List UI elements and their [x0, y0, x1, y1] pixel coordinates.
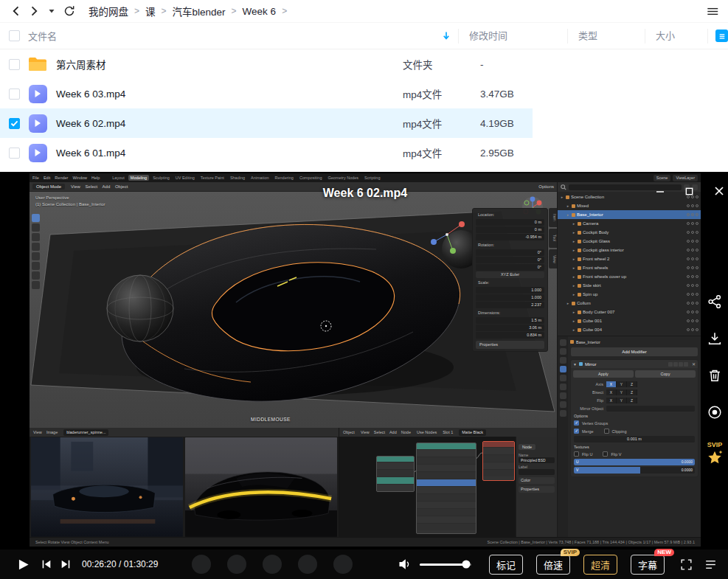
speed-button[interactable]: 倍速	[536, 555, 570, 575]
history-dropdown[interactable]	[43, 2, 60, 20]
outliner-item[interactable]: ▸ Cube 004	[558, 325, 701, 334]
visibility-toggles[interactable]	[687, 319, 698, 322]
blender-workspace-tab[interactable]: Scripting	[362, 175, 382, 181]
use-nodes-checkbox[interactable]: Use Nodes	[417, 430, 437, 434]
expand-caret-icon[interactable]: ▸	[572, 221, 576, 226]
mirror-object-field[interactable]	[606, 406, 695, 412]
flip-toggle[interactable]: XYZ	[606, 398, 637, 403]
blender-workspace-tab[interactable]: Rendering	[273, 175, 296, 181]
subtitle-button[interactable]: 字幕	[631, 555, 665, 575]
outliner-item[interactable]: ▸ Cockpit Glass	[558, 237, 701, 246]
record-icon[interactable]	[707, 404, 723, 420]
expand-caret-icon[interactable]: ▸	[572, 248, 576, 252]
visibility-toggles[interactable]	[687, 222, 698, 225]
scene-selector[interactable]: Scene	[654, 175, 671, 181]
image-editor[interactable]: View Image bladerunner_spinne...	[30, 428, 339, 538]
visibility-toggles[interactable]	[687, 311, 698, 313]
tool-scale[interactable]	[32, 252, 40, 260]
tool-rotate[interactable]	[32, 243, 40, 251]
blender-workspace-tab[interactable]: UV Editing	[173, 175, 197, 181]
blender-workspace-tab[interactable]: Layout	[110, 175, 127, 181]
blender-workspace-tab[interactable]: Geometry Nodes	[326, 175, 361, 181]
expand-caret-icon[interactable]: ▸	[572, 292, 576, 297]
blender-workspace-tab[interactable]: Texture Paint	[198, 175, 226, 181]
texture-node[interactable]	[376, 456, 415, 492]
transform-row[interactable]: 1.000	[476, 294, 544, 301]
file-row-folder[interactable]: 第六周素材 文件夹 -	[0, 49, 533, 79]
viewport-menus[interactable]: View Select Add Object	[71, 184, 128, 189]
transform-row[interactable]: XYZ Euler	[476, 271, 544, 278]
transform-row[interactable]: 0°	[476, 264, 544, 271]
maximize-button[interactable]	[684, 187, 694, 196]
axis-toggle[interactable]: XYZ	[606, 381, 637, 387]
play-button[interactable]	[16, 558, 30, 572]
file-name[interactable]: 第六周素材	[56, 57, 283, 72]
volume-knob[interactable]	[462, 561, 470, 569]
collect-svip-group[interactable]: SVIP	[706, 441, 724, 467]
merge-checkbox[interactable]	[574, 429, 579, 434]
copy-button[interactable]: Copy	[635, 370, 696, 378]
visibility-toggles[interactable]	[687, 249, 698, 252]
transform-row[interactable]: 0°	[476, 249, 544, 256]
tab-object-data[interactable]	[560, 401, 566, 408]
npanel-tab[interactable]: Tool	[549, 229, 557, 248]
tab-physics[interactable]	[560, 384, 566, 390]
column-modified-time[interactable]: 修改时间	[458, 29, 567, 44]
remove-modifier-icon[interactable]: ✕	[692, 361, 696, 367]
tab-modifiers[interactable]	[560, 366, 566, 372]
expand-caret-icon[interactable]: ▸	[572, 327, 576, 332]
visibility-toggles[interactable]	[687, 293, 698, 296]
tab-render[interactable]	[560, 339, 566, 346]
properties-section[interactable]: Properties	[519, 486, 555, 493]
fullscreen-button[interactable]	[679, 558, 693, 572]
volume-slider[interactable]	[420, 564, 471, 566]
blender-menu-item[interactable]: Edit	[44, 176, 50, 180]
visibility-toggles[interactable]	[687, 266, 698, 269]
share-icon[interactable]	[707, 294, 723, 310]
blender-workspace-tab[interactable]: Sculpting	[150, 175, 172, 181]
breadcrumb-item[interactable]: 课	[145, 4, 156, 18]
offset-v-slider[interactable]: V 0.0000	[574, 467, 695, 474]
node-name-field[interactable]: Principled BSD	[519, 457, 555, 463]
transform-row[interactable]: 0°	[476, 257, 544, 263]
file-name[interactable]: Week 6 03.mp4	[56, 89, 283, 100]
blender-menu-item[interactable]: Help	[91, 176, 100, 180]
output-node[interactable]	[482, 441, 515, 481]
node-canvas[interactable]: Node Name Principled BSD Label Color Pro…	[339, 437, 557, 538]
transform-row[interactable]: 1.000	[476, 287, 544, 294]
outliner-item[interactable]: ▸ Front wheel 2	[558, 254, 701, 263]
quality-button[interactable]: 超清	[583, 555, 617, 575]
file-name[interactable]: Week 6 01.mp4	[56, 148, 283, 159]
column-type[interactable]: 类型	[567, 29, 645, 44]
outliner-item[interactable]: ▸ Collum	[558, 299, 701, 308]
outliner-item[interactable]: ▸ Spin up	[558, 290, 701, 299]
tool-transform[interactable]	[32, 262, 40, 270]
tab-constraints[interactable]	[560, 392, 566, 399]
outliner-item[interactable]: ▸ Base_Interior	[558, 210, 701, 219]
expand-caret-icon[interactable]: ▸	[572, 274, 576, 279]
refresh-button[interactable]	[60, 2, 78, 20]
breadcrumb-item[interactable]: 我的网盘	[89, 4, 128, 18]
sort-desc-icon[interactable]	[442, 31, 451, 41]
object-mode-dropdown[interactable]: Object Mode	[32, 184, 65, 190]
color-section[interactable]: Color	[519, 477, 555, 484]
merge-limit-field[interactable]: 0.001 m	[574, 436, 695, 443]
download-icon[interactable]	[707, 330, 723, 347]
visibility-toggles[interactable]	[687, 275, 698, 278]
expand-caret-icon[interactable]: ▸	[560, 195, 564, 199]
visibility-toggles[interactable]	[687, 240, 698, 243]
blender-workspace-tab[interactable]: Animation	[249, 175, 271, 181]
outliner-item[interactable]: ▸ Mixed	[558, 201, 701, 210]
node-label-field[interactable]	[519, 469, 555, 475]
flip-v-checkbox[interactable]	[603, 451, 608, 457]
column-filename[interactable]: 文件名	[28, 29, 57, 43]
transform-row[interactable]: -0.954 m	[476, 234, 544, 240]
transform-row[interactable]: 3.06 m	[476, 325, 544, 331]
column-size[interactable]: 大小	[645, 29, 707, 44]
transform-row[interactable]: 1.5 m	[476, 317, 544, 324]
clipping-checkbox[interactable]	[604, 429, 609, 434]
blender-3d-viewport[interactable]: User Perspective (1) Scene Collection | …	[30, 192, 557, 428]
blender-menu-item[interactable]: File	[32, 176, 39, 180]
transform-row[interactable]: Scale:	[476, 279, 544, 286]
tab-material[interactable]	[560, 410, 566, 417]
